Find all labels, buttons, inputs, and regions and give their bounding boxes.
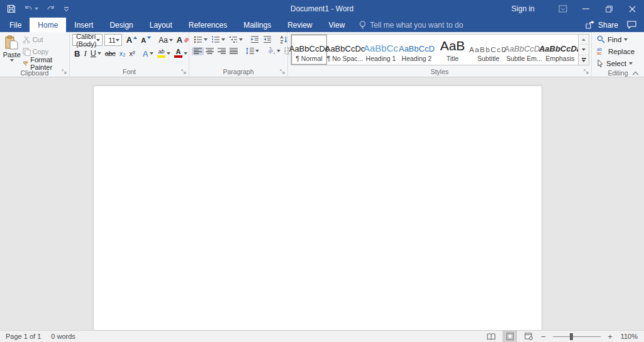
- subscript-button[interactable]: x₂: [118, 49, 128, 58]
- multilevel-list-button[interactable]: [227, 35, 245, 44]
- numbering-dropdown-icon[interactable]: [221, 38, 225, 41]
- tab-view[interactable]: View: [321, 18, 353, 32]
- style-subtitle[interactable]: AaBbCcD Subtitle: [470, 35, 506, 65]
- style-normal[interactable]: AaBbCcDc ¶ Normal: [291, 35, 327, 65]
- shading-button[interactable]: [265, 47, 282, 55]
- format-painter-button[interactable]: Format Painter: [21, 58, 67, 69]
- customize-quick-access-icon[interactable]: [64, 6, 69, 12]
- ribbon-display-options-icon[interactable]: [551, 0, 574, 18]
- restore-button[interactable]: [597, 0, 621, 18]
- print-layout-button[interactable]: [502, 331, 517, 342]
- text-highlight-button[interactable]: ab: [155, 48, 172, 58]
- styles-scroll-down-icon[interactable]: [579, 45, 589, 55]
- zoom-in-button[interactable]: +: [607, 332, 613, 341]
- paste-dropdown-icon[interactable]: [10, 59, 14, 62]
- paste-button[interactable]: Paste: [3, 34, 21, 69]
- save-icon[interactable]: [7, 4, 16, 13]
- grow-font-button[interactable]: A: [125, 35, 139, 45]
- bold-button[interactable]: B: [72, 48, 82, 59]
- align-right-button[interactable]: [216, 47, 228, 55]
- line-spacing-button[interactable]: [243, 47, 261, 55]
- tab-review[interactable]: Review: [279, 18, 320, 32]
- style-emphasis[interactable]: AaBbCcDa Emphasis: [542, 35, 578, 65]
- select-dropdown-icon[interactable]: [629, 62, 633, 65]
- web-layout-button[interactable]: [521, 331, 536, 342]
- tab-layout[interactable]: Layout: [142, 18, 180, 32]
- tab-file[interactable]: File: [1, 18, 30, 32]
- text-effects-button[interactable]: A: [141, 48, 155, 59]
- style-heading-1[interactable]: AaBbCc Heading 1: [363, 35, 399, 65]
- change-case-button[interactable]: Aa: [157, 35, 175, 45]
- styles-dialog-launcher-icon[interactable]: [584, 69, 589, 75]
- copy-button[interactable]: Copy: [21, 47, 67, 57]
- justify-button[interactable]: [228, 47, 240, 55]
- font-name-select[interactable]: Calibri (Body): [72, 34, 103, 46]
- tab-home[interactable]: Home: [30, 18, 66, 32]
- underline-button[interactable]: U: [89, 48, 103, 58]
- style-no-spacing[interactable]: AaBbCcDc ¶ No Spac...: [327, 35, 363, 65]
- page-indicator[interactable]: Page 1 of 1: [6, 333, 41, 340]
- redo-icon[interactable]: [47, 5, 55, 13]
- tab-insert[interactable]: Insert: [66, 18, 101, 32]
- close-button[interactable]: [621, 0, 644, 18]
- line-spacing-dropdown-icon[interactable]: [255, 50, 259, 52]
- collapse-ribbon-icon[interactable]: [632, 71, 639, 75]
- increase-indent-button[interactable]: [261, 35, 274, 44]
- zoom-slider[interactable]: [553, 336, 601, 337]
- align-center-button[interactable]: [204, 47, 216, 55]
- grow-caret-icon: [133, 36, 137, 39]
- superscript-button[interactable]: x²: [127, 49, 136, 58]
- select-button[interactable]: Select: [597, 58, 641, 69]
- share-button[interactable]: Share: [586, 21, 618, 30]
- select-cursor-icon: [597, 59, 604, 67]
- sign-in-link[interactable]: Sign in: [511, 4, 535, 13]
- clear-formatting-button[interactable]: A: [175, 35, 191, 45]
- tab-references[interactable]: References: [180, 18, 235, 32]
- bullets-dropdown-icon[interactable]: [204, 38, 208, 41]
- tab-mailings[interactable]: Mailings: [235, 18, 279, 32]
- style-subtle-emphasis[interactable]: AaBbCcDa Subtle Em...: [506, 35, 542, 65]
- styles-more-icon[interactable]: [579, 55, 589, 65]
- bullets-button[interactable]: [192, 35, 209, 44]
- replace-button[interactable]: ab ac Replace: [597, 46, 641, 57]
- style-title[interactable]: AaB Title: [435, 35, 470, 65]
- comments-icon[interactable]: [627, 21, 636, 29]
- highlight-dropdown-icon[interactable]: [167, 52, 170, 55]
- zoom-out-button[interactable]: −: [540, 332, 547, 341]
- find-dropdown-icon[interactable]: [624, 38, 628, 41]
- read-mode-button[interactable]: [484, 331, 498, 342]
- paragraph-dialog-launcher-icon[interactable]: [280, 69, 286, 75]
- underline-dropdown-icon[interactable]: [97, 52, 101, 55]
- minimize-button[interactable]: [574, 0, 597, 18]
- align-left-button[interactable]: [192, 47, 204, 55]
- zoom-slider-thumb[interactable]: [570, 333, 573, 340]
- clipboard-dialog-launcher-icon[interactable]: [62, 69, 67, 75]
- font-color-swatch: [174, 55, 182, 58]
- cut-button[interactable]: Cut: [21, 35, 67, 45]
- shrink-font-button[interactable]: A: [139, 36, 153, 45]
- document-page[interactable]: [93, 86, 542, 330]
- numbering-button[interactable]: [209, 35, 227, 44]
- lightbulb-icon: [359, 21, 366, 30]
- undo-dropdown-icon[interactable]: [35, 8, 38, 10]
- text-effects-dropdown-icon[interactable]: [150, 52, 153, 55]
- tab-design[interactable]: Design: [101, 18, 141, 32]
- font-size-select[interactable]: 11: [104, 34, 121, 46]
- italic-button[interactable]: I: [82, 48, 88, 59]
- find-button[interactable]: Find: [597, 34, 641, 45]
- style-heading-2[interactable]: AaBbCcD Heading 2: [399, 35, 435, 65]
- styles-scroll-up-icon[interactable]: [579, 35, 589, 45]
- zoom-level[interactable]: 110%: [618, 333, 638, 340]
- format-painter-icon: [23, 60, 29, 68]
- numbering-icon: [211, 36, 220, 43]
- strikethrough-button[interactable]: abe: [103, 49, 118, 58]
- undo-icon[interactable]: [24, 5, 38, 13]
- word-count[interactable]: 0 words: [51, 333, 75, 340]
- tell-me-box[interactable]: Tell me what you want to do: [353, 18, 469, 32]
- font-color-button[interactable]: A: [172, 48, 189, 58]
- shading-dropdown-icon[interactable]: [277, 50, 280, 52]
- font-dialog-launcher-icon[interactable]: [181, 69, 187, 75]
- multilevel-dropdown-icon[interactable]: [239, 38, 243, 41]
- decrease-indent-button[interactable]: [248, 35, 261, 44]
- font-color-dropdown-icon[interactable]: [184, 52, 187, 55]
